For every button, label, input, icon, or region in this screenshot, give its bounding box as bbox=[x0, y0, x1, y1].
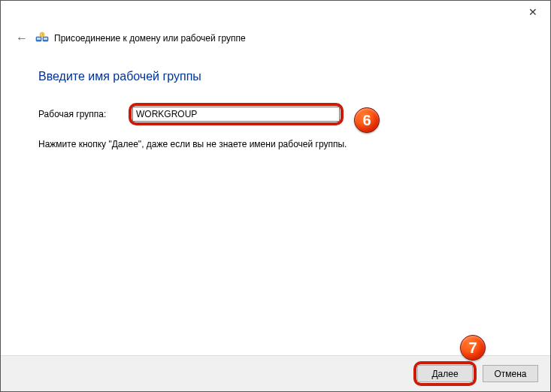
titlebar: ✕ bbox=[1, 1, 550, 28]
header-row: ← Присоединение к домену или рабочей гру… bbox=[1, 28, 550, 49]
back-arrow-icon: ← bbox=[16, 32, 28, 45]
workgroup-label: Рабочая группа: bbox=[38, 109, 129, 119]
wizard-title: Присоединение к домену или рабочей групп… bbox=[54, 33, 246, 44]
svg-point-4 bbox=[40, 32, 44, 37]
next-button-highlight: Далее bbox=[413, 361, 477, 386]
workgroup-row: Рабочая группа: bbox=[38, 103, 520, 125]
footer: 7 Далее Отмена bbox=[1, 355, 550, 391]
next-button[interactable]: Далее bbox=[417, 365, 473, 382]
hint-text: Нажмите кнопку "Далее", даже если вы не … bbox=[38, 139, 520, 149]
page-heading: Введите имя рабочей группы bbox=[38, 70, 520, 83]
cancel-button[interactable]: Отмена bbox=[483, 365, 538, 382]
annotation-badge-6: 6 bbox=[354, 107, 380, 133]
svg-rect-3 bbox=[44, 38, 47, 40]
svg-rect-1 bbox=[37, 38, 41, 40]
close-button[interactable]: ✕ bbox=[516, 1, 550, 23]
wizard-window: ✕ ← Присоединение к домену или рабочей г… bbox=[0, 0, 551, 392]
content-area: Введите имя рабочей группы Рабочая групп… bbox=[1, 49, 550, 355]
close-icon: ✕ bbox=[528, 6, 537, 18]
wizard-icon bbox=[35, 32, 49, 45]
back-button[interactable]: ← bbox=[14, 31, 29, 46]
workgroup-field-highlight bbox=[129, 103, 344, 125]
annotation-badge-7: 7 bbox=[460, 335, 486, 360]
workgroup-input[interactable] bbox=[132, 107, 340, 122]
